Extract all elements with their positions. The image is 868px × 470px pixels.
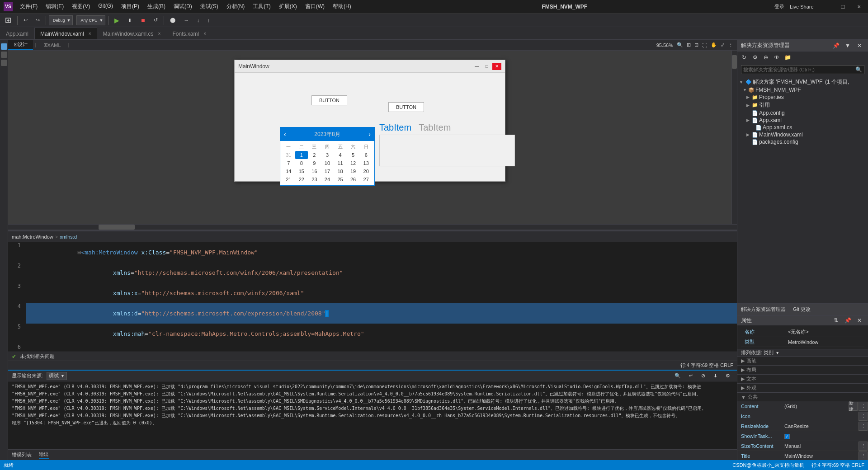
menu-window[interactable]: 窗口(W) (302, 1, 328, 12)
output-tab[interactable]: 输出 (39, 451, 49, 459)
run-btn[interactable]: ▶ (111, 15, 123, 25)
tree-item-appxaml[interactable]: ▶ 📄 App.xaml (746, 117, 866, 124)
pause-btn[interactable]: ⏸ (124, 16, 136, 24)
gutter-icon-2[interactable] (1, 52, 7, 58)
step-into-btn[interactable]: ↓ (193, 16, 203, 24)
sol-filter-btn[interactable]: ⚙ (750, 53, 760, 62)
options-icon[interactable]: ⋮ (728, 42, 733, 48)
login-label[interactable]: 登录 (774, 3, 784, 10)
fit-icon[interactable]: ⛶ (702, 42, 707, 48)
sol-collapse-btn[interactable]: ⊖ (761, 53, 771, 62)
zoom-icon[interactable]: 🔍 (677, 42, 683, 48)
cal-day-8[interactable]: 8 (295, 159, 308, 167)
menu-file[interactable]: 文件(F) (16, 1, 41, 12)
tree-item-appconfig[interactable]: 📄 App.config (746, 109, 866, 117)
menu-extensions[interactable]: 扩展(X) (275, 1, 301, 12)
panel-close-btn[interactable]: ✕ (854, 41, 864, 50)
menu-analyze[interactable]: 分析(N) (223, 1, 249, 12)
designer-vscroll[interactable] (731, 51, 737, 224)
ref-expand[interactable]: ▶ (746, 103, 752, 108)
output-scroll-btn[interactable]: ⬇ (710, 371, 721, 380)
tab-mainwindow-close[interactable]: × (89, 31, 91, 36)
cal-day-25[interactable]: 25 (334, 175, 347, 183)
cal-day-6[interactable]: 6 (359, 151, 373, 159)
wpf-max-btn[interactable]: □ (482, 63, 491, 70)
cal-day-17[interactable]: 17 (321, 167, 334, 175)
props-close-btn[interactable]: ✕ (854, 316, 864, 325)
stop-btn[interactable]: ⏹ (137, 16, 149, 24)
solution-root-item[interactable]: ▼ 🔷 解决方案 'FMSH_NVM_WPF' (1 个项目, (739, 78, 866, 86)
props-layout-title[interactable]: ▶ 布局 (737, 366, 868, 374)
properties-expand[interactable]: ▶ (746, 95, 752, 99)
cal-day-16[interactable]: 16 (308, 167, 321, 175)
cal-day-13[interactable]: 13 (359, 159, 373, 167)
cal-day-24[interactable]: 24 (321, 175, 334, 183)
menu-build[interactable]: 生成(B) (144, 1, 169, 12)
designer-hscroll[interactable] (8, 224, 737, 230)
props-sizetocontent-btn[interactable]: ⋮ (859, 442, 868, 451)
cal-day-12[interactable]: 12 (347, 159, 360, 167)
menu-debug[interactable]: 调试(D) (170, 1, 196, 12)
wpf-button-1[interactable]: BUTTON (311, 95, 347, 105)
props-pin-btn[interactable]: 📌 (843, 316, 853, 325)
sol-folder-btn[interactable]: 📁 (783, 53, 793, 62)
tab-app-xaml[interactable]: App.xaml (0, 28, 34, 39)
xaml-code-editor[interactable]: 1 ⊟<mah:MetroWindow x:Class="FMSH_NVM_WP… (8, 242, 737, 352)
live-share-btn[interactable]: Live Share (790, 4, 814, 9)
solution-search-input[interactable] (741, 66, 854, 73)
tab-mainwindow-xaml[interactable]: MainWindow.xaml × (34, 28, 97, 39)
menu-tools[interactable]: 工具(T) (249, 1, 274, 12)
cal-day-26[interactable]: 26 (347, 175, 360, 183)
props-text-title[interactable]: ▶ 文本 (737, 375, 868, 383)
output-settings-btn[interactable]: ⚙ (722, 371, 733, 380)
project-item[interactable]: ▼ 📦 FMSH_NVM_WPF (743, 86, 866, 94)
xaml-mode-tab[interactable]: ⊞ XAML (38, 40, 66, 50)
designer-hscroll-thumb[interactable] (99, 225, 135, 230)
wpf-button-2[interactable]: BUTTON (388, 102, 424, 112)
calendar-prev-btn[interactable]: ‹ (284, 131, 286, 138)
cal-day-9[interactable]: 9 (308, 159, 321, 167)
cal-day-27[interactable]: 27 (359, 175, 373, 183)
pan-icon[interactable]: ✋ (711, 42, 717, 48)
close-btn[interactable]: × (854, 2, 864, 11)
wpf-min-btn[interactable]: — (472, 63, 481, 70)
tree-item-packages[interactable]: 📄 packages.config (746, 138, 866, 146)
props-content-new-btn[interactable]: 新建 (849, 402, 858, 411)
calendar-next-btn[interactable]: › (368, 131, 371, 138)
menu-project[interactable]: 项目(P) (118, 1, 143, 12)
output-source-dropdown[interactable]: 调试 ▼ (47, 372, 67, 380)
output-wrap-btn[interactable]: ↵ (686, 371, 696, 380)
cal-day-14[interactable]: 14 (282, 167, 295, 175)
output-clear-btn[interactable]: ⊘ (698, 371, 708, 380)
tab-mainwindow-cs[interactable]: MainWindow.xaml.cs × (97, 28, 167, 39)
panel-dropdown-btn[interactable]: ▼ (843, 41, 853, 50)
step-over-btn[interactable]: → (180, 16, 192, 24)
props-resizemode-btn[interactable]: ⋮ (859, 422, 868, 431)
panel-pin-btn[interactable]: 📌 (831, 41, 841, 50)
solution-expand[interactable]: ▼ (739, 80, 745, 85)
tab-fonts-close[interactable]: × (203, 31, 206, 36)
output-search-btn[interactable]: 🔍 (671, 371, 684, 380)
maximize-btn[interactable]: □ (838, 2, 849, 11)
wpf-close-btn[interactable]: ✕ (492, 63, 501, 70)
cal-day-20[interactable]: 20 (359, 167, 373, 175)
tab-mainwindow-cs-close[interactable]: × (158, 31, 161, 36)
cal-day-4[interactable]: 4 (334, 151, 347, 159)
debug-config-dropdown[interactable]: Debug ▼ (49, 15, 73, 25)
sol-refresh-btn[interactable]: ↻ (739, 53, 749, 62)
menu-view[interactable]: 视图(V) (68, 1, 94, 12)
minimize-btn[interactable]: — (819, 2, 832, 11)
cal-day-15[interactable]: 15 (295, 167, 308, 175)
props-showintask-checkbox[interactable]: ✓ (783, 433, 790, 439)
tree-item-properties[interactable]: ▶ 📁 Properties (746, 94, 866, 101)
design-mode-tab[interactable]: ⊡ 设计 (8, 40, 33, 50)
menu-git[interactable]: Git(G) (94, 1, 117, 12)
sol-show-all-btn[interactable]: 👁 (772, 53, 782, 62)
cal-day-22[interactable]: 22 (295, 175, 308, 183)
cal-day-5[interactable]: 5 (347, 151, 360, 159)
git-changes-tab[interactable]: Git 更改 (793, 306, 811, 313)
props-appearance-title[interactable]: ▶ 外观 (737, 384, 868, 392)
tree-item-appxamlcs[interactable]: 📄 App.xaml.cs (750, 124, 866, 131)
designer-scroll-thumb[interactable] (732, 55, 737, 69)
props-content-action-btn[interactable]: ⋮ (859, 402, 868, 411)
